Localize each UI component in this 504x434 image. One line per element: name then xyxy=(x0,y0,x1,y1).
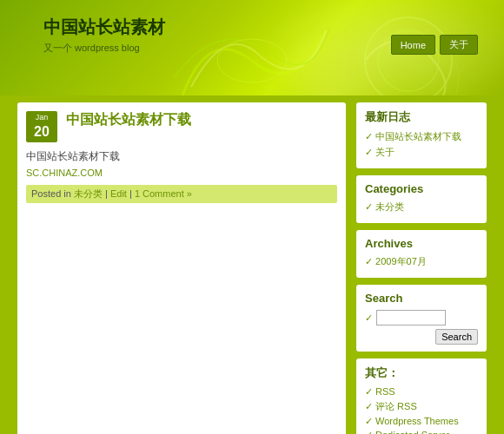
other-link-2[interactable]: 评论 RSS xyxy=(375,401,417,411)
home-button[interactable]: Home xyxy=(391,35,435,55)
search-check-icon: ✓ xyxy=(365,312,373,324)
post-date-box: Jan 20 xyxy=(26,111,57,142)
post-header: Jan 20 中国站长站素材下载 xyxy=(26,111,337,142)
recent-posts-section: 最新日志 中国站长站素材下载 关于 xyxy=(356,102,487,168)
post-excerpt: 中国站长站素材下载 xyxy=(26,149,337,164)
post-title: 中国站长站素材下载 xyxy=(66,111,191,129)
site-subtitle: 又一个 wordpress blog xyxy=(43,42,165,55)
list-item: 未分类 xyxy=(365,201,478,214)
about-button[interactable]: 关于 xyxy=(440,35,478,55)
post-edit-link[interactable]: Edit xyxy=(110,188,127,199)
post-category-link[interactable]: 未分类 xyxy=(74,188,103,199)
other-link-4[interactable]: Dedicated Server xyxy=(375,430,449,434)
posted-in-label: Posted in xyxy=(31,188,71,199)
categories-title: Categories xyxy=(365,182,478,195)
search-input[interactable] xyxy=(376,310,446,326)
site-header: 中国站长站素材 又一个 wordpress blog Home 关于 xyxy=(0,0,504,95)
recent-posts-list: 中国站长站素材下载 关于 xyxy=(365,130,478,159)
post-month: Jan xyxy=(30,113,54,123)
other-link-1[interactable]: RSS xyxy=(375,386,395,397)
post-link: SC.CHINAZ.COM xyxy=(26,168,337,178)
recent-posts-title: 最新日志 xyxy=(365,109,478,125)
list-item: Dedicated Server xyxy=(365,430,478,434)
other-links-section: 其它： RSS 评论 RSS Wordpress Themes Dedicate… xyxy=(356,358,487,434)
other-links-list: RSS 评论 RSS Wordpress Themes Dedicated Se… xyxy=(365,386,478,434)
list-item: 中国站长站素材下载 xyxy=(365,130,478,143)
site-title: 中国站长站素材 xyxy=(43,16,165,39)
archives-section: Archives 2009年07月 xyxy=(356,230,487,278)
categories-list: 未分类 xyxy=(365,201,478,214)
search-title: Search xyxy=(365,292,478,305)
nav-buttons: Home 关于 xyxy=(391,35,478,55)
list-item: 评论 RSS xyxy=(365,400,478,413)
site-title-area: 中国站长站素材 又一个 wordpress blog xyxy=(43,16,165,55)
post-day: 20 xyxy=(30,123,54,141)
recent-post-link-2[interactable]: 关于 xyxy=(375,147,395,157)
list-item: 关于 xyxy=(365,146,478,159)
search-button[interactable]: Search xyxy=(435,329,478,345)
list-item: Wordpress Themes xyxy=(365,416,478,427)
list-item: RSS xyxy=(365,386,478,398)
categories-section: Categories 未分类 xyxy=(356,175,487,223)
post-comment-link[interactable]: 1 Comment » xyxy=(135,188,192,199)
other-link-3[interactable]: Wordpress Themes xyxy=(375,416,459,426)
category-link-1[interactable]: 未分类 xyxy=(375,201,404,212)
archives-list: 2009年07月 xyxy=(365,255,478,268)
content-area: Jan 20 中国站长站素材下载 中国站长站素材下载 SC.CHINAZ.COM… xyxy=(17,102,346,434)
archive-link-1[interactable]: 2009年07月 xyxy=(375,256,427,266)
archives-title: Archives xyxy=(365,237,478,250)
list-item: 2009年07月 xyxy=(365,255,478,268)
svg-point-0 xyxy=(217,39,287,82)
sidebar: 最新日志 中国站长站素材下载 关于 Categories 未分类 Archive… xyxy=(356,102,487,434)
other-links-title: 其它： xyxy=(365,365,478,381)
recent-post-link-1[interactable]: 中国站长站素材下载 xyxy=(375,131,461,141)
search-section: Search ✓ Search xyxy=(356,285,487,352)
main-area: Jan 20 中国站长站素材下载 中国站长站素材下载 SC.CHINAZ.COM… xyxy=(0,95,504,434)
post-meta: Posted in 未分类 | Edit | 1 Comment » xyxy=(26,185,337,203)
search-row: ✓ xyxy=(365,310,478,326)
